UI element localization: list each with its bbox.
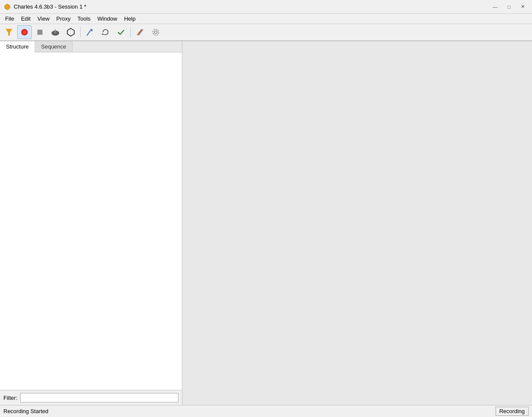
close-button[interactable]: ✕ [517,3,529,11]
svg-point-15 [153,29,159,35]
main-content: Structure Sequence Filter: [0,41,532,405]
filter-input[interactable] [20,393,179,402]
left-panel: Structure Sequence Filter: [0,41,182,405]
filter-label: Filter: [3,395,18,401]
menu-tools[interactable]: Tools [74,14,94,24]
svg-point-14 [154,31,157,33]
svg-marker-11 [102,33,104,35]
svg-marker-0 [5,4,10,10]
svg-rect-4 [37,30,42,35]
gear-button[interactable] [148,25,163,39]
toolbar [0,24,532,41]
menu-bar: File Edit View Proxy Tools Window Help [0,14,532,24]
pen-button[interactable] [83,25,97,39]
check-button[interactable] [114,25,128,39]
toolbar-separator-2 [130,27,131,37]
shark-button[interactable] [48,25,63,39]
window-controls: — □ ✕ [489,3,529,11]
stop-button[interactable] [33,25,47,39]
svg-line-10 [87,34,88,36]
toolbar-separator-1 [80,27,81,37]
svg-marker-7 [67,28,74,36]
record-button[interactable] [17,25,32,39]
recording-badge: Recording [496,407,529,416]
app-icon [3,3,11,11]
maximize-button[interactable]: □ [503,3,515,11]
funnel-button[interactable] [2,25,16,39]
tree-area[interactable] [0,52,182,390]
right-panel [182,41,532,405]
menu-file[interactable]: File [2,14,18,24]
status-text: Recording Started [3,408,496,414]
filter-bar: Filter: [0,390,182,405]
refresh-button[interactable] [98,25,113,39]
tab-bar: Structure Sequence [0,41,182,52]
tools-button[interactable] [133,25,148,39]
menu-view[interactable]: View [34,14,53,24]
menu-window[interactable]: Window [94,14,121,24]
tab-structure[interactable]: Structure [0,41,35,52]
hex-button[interactable] [63,25,78,39]
status-bar: Recording Started Recording [0,405,532,417]
menu-edit[interactable]: Edit [18,14,34,24]
window-title: Charles 4.6.3b3 - Session 1 * [14,3,489,10]
svg-point-3 [23,30,26,34]
minimize-button[interactable]: — [489,3,501,11]
title-bar: Charles 4.6.3b3 - Session 1 * — □ ✕ [0,0,532,14]
svg-marker-1 [6,29,12,36]
menu-help[interactable]: Help [121,14,139,24]
menu-proxy[interactable]: Proxy [53,14,74,24]
tab-sequence[interactable]: Sequence [35,41,73,52]
